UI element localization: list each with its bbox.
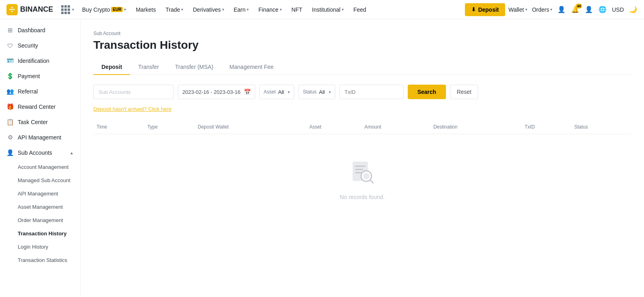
- api-icon: ⚙: [6, 134, 14, 141]
- reward-icon: 🎁: [6, 103, 14, 110]
- wallet-chevron-icon: ▾: [525, 7, 527, 12]
- theme-toggle-icon[interactable]: 🌙: [629, 5, 638, 14]
- table-wrapper: Time Type Deposit Wallet Asset Amount De…: [93, 120, 631, 224]
- date-range-input[interactable]: [182, 89, 241, 95]
- asset-value: All: [278, 89, 284, 95]
- notification-count-badge: 40: [576, 4, 582, 8]
- sidebar-item-referral[interactable]: 👥 Referral: [0, 84, 80, 99]
- col-deposit-wallet: Deposit Wallet: [194, 120, 306, 134]
- reset-button[interactable]: Reset: [450, 85, 479, 99]
- logo-text: BINANCE: [20, 5, 53, 14]
- filters-container: 📅 Asset All ▾ Status All ▾ Search Reset: [93, 85, 631, 99]
- tab-management-fee[interactable]: Management Fee: [221, 60, 282, 75]
- sidebar-item-payment[interactable]: 💲 Payment: [0, 69, 80, 84]
- tab-deposit[interactable]: Deposit: [93, 60, 130, 75]
- empty-state-row: No records found.: [93, 134, 631, 225]
- status-filter[interactable]: Status All ▾: [298, 85, 335, 99]
- grid-menu-icon[interactable]: ▾: [60, 4, 76, 16]
- no-records-icon: [348, 158, 377, 187]
- sidebar-item-sub-accounts[interactable]: 👤 Sub Accounts ▲: [0, 145, 80, 160]
- sidebar-item-reward-center[interactable]: 🎁 Reward Center: [0, 99, 80, 114]
- sub-accounts-input[interactable]: [93, 85, 174, 99]
- institutional-chevron-icon: ▾: [342, 7, 344, 12]
- nav-nft[interactable]: NFT: [288, 0, 305, 19]
- nav-markets[interactable]: Markets: [132, 0, 159, 19]
- top-navigation: BINANCE ▾ Buy Crypto EUR ▾ Markets Trade…: [0, 0, 644, 19]
- sidebar-sub-managed-sub-account[interactable]: Managed Sub Account: [18, 174, 80, 187]
- asset-label: Asset: [264, 89, 276, 95]
- empty-state: No records found.: [93, 134, 631, 224]
- col-status: Status: [571, 120, 631, 134]
- page-title: Transaction History: [93, 39, 631, 52]
- sidebar-sub-asset-management[interactable]: Asset Management: [18, 200, 80, 214]
- nav-feed[interactable]: Feed: [350, 0, 369, 19]
- date-range-picker[interactable]: 📅: [178, 85, 255, 99]
- svg-line-7: [370, 180, 374, 183]
- deposit-not-arrived-link[interactable]: Deposit hasn't arrived? Click here: [93, 106, 171, 112]
- earn-chevron-icon: ▾: [247, 7, 249, 12]
- logo[interactable]: BINANCE: [6, 4, 53, 15]
- deposit-button[interactable]: ⬇ Deposit: [465, 3, 505, 16]
- buy-crypto-chevron-icon: ▾: [124, 7, 126, 12]
- sidebar-sub-order-management[interactable]: Order Management: [18, 214, 80, 227]
- user-icon[interactable]: 👤: [557, 5, 566, 14]
- download-icon: ⬇: [471, 6, 476, 12]
- col-destination: Destination: [430, 120, 522, 134]
- nav-wallet[interactable]: Wallet ▾: [508, 6, 527, 13]
- status-value: All: [319, 89, 325, 95]
- txid-input[interactable]: [339, 85, 404, 99]
- table-body: No records found.: [93, 134, 631, 225]
- sidebar-item-dashboard[interactable]: ⊞ Dashboard: [0, 23, 80, 38]
- nav-buy-crypto[interactable]: Buy Crypto EUR ▾: [79, 0, 129, 19]
- nav-finance[interactable]: Finance ▾: [255, 0, 285, 19]
- sidebar-sub-transaction-history[interactable]: Transaction History: [18, 227, 80, 240]
- sidebar-item-api-management[interactable]: ⚙ API Management: [0, 130, 80, 145]
- nav-trade[interactable]: Trade ▾: [162, 0, 186, 19]
- tab-transfer-msa[interactable]: Transfer (MSA): [167, 60, 221, 75]
- nav-right-section: Wallet ▾ Orders ▾ 👤 🔔 40 👤 🌐 USD 🌙: [508, 5, 638, 14]
- svg-rect-3: [355, 169, 363, 170]
- calendar-icon: 📅: [244, 89, 251, 95]
- referral-icon: 👥: [6, 88, 14, 95]
- payment-icon: 💲: [6, 73, 14, 80]
- svg-rect-2: [355, 166, 365, 167]
- status-chevron-icon: ▾: [329, 90, 331, 94]
- search-button[interactable]: Search: [408, 85, 446, 99]
- col-amount: Amount: [361, 120, 430, 134]
- trade-chevron-icon: ▾: [181, 7, 183, 12]
- orders-chevron-icon: ▾: [550, 7, 552, 12]
- notification-wrapper[interactable]: 🔔 40: [571, 5, 580, 14]
- svg-rect-4: [355, 172, 361, 173]
- eur-badge: EUR: [111, 7, 123, 12]
- nav-orders[interactable]: Orders ▾: [532, 6, 553, 13]
- currency-selector[interactable]: USD: [612, 6, 624, 13]
- col-type: Type: [144, 120, 194, 134]
- table-header-row: Time Type Deposit Wallet Asset Amount De…: [93, 120, 631, 134]
- col-txid: TxID: [521, 120, 571, 134]
- dashboard-icon: ⊞: [6, 27, 14, 34]
- sidebar-sub-login-history[interactable]: Login History: [18, 240, 80, 253]
- nav-earn[interactable]: Earn ▾: [231, 0, 252, 19]
- globe-icon[interactable]: 🌐: [598, 5, 607, 14]
- sidebar-sub-transaction-statistics[interactable]: Transaction Statistics: [18, 253, 80, 267]
- sidebar-sub-account-management[interactable]: Account Management: [18, 160, 80, 174]
- nav-institutional[interactable]: Institutional ▾: [309, 0, 347, 19]
- sidebar-item-task-center[interactable]: 📋 Task Center: [0, 114, 80, 130]
- breadcrumb: Sub Account: [93, 31, 631, 36]
- sidebar-sub-api-management[interactable]: API Management: [18, 187, 80, 200]
- col-asset: Asset: [306, 120, 361, 134]
- asset-filter[interactable]: Asset All ▾: [259, 85, 294, 99]
- id-icon: 🪪: [6, 57, 14, 64]
- person-icon[interactable]: 👤: [584, 5, 593, 14]
- tabs-container: Deposit Transfer Transfer (MSA) Manageme…: [93, 60, 631, 75]
- task-icon: 📋: [6, 118, 14, 126]
- sidebar-item-security[interactable]: 🛡 Security: [0, 38, 80, 53]
- sidebar-item-identification[interactable]: 🪪 Identification: [0, 53, 80, 69]
- no-records-text: No records found.: [340, 194, 384, 200]
- col-time: Time: [93, 120, 144, 134]
- sub-accounts-icon: 👤: [6, 149, 14, 156]
- derivatives-chevron-icon: ▾: [222, 7, 224, 12]
- nav-derivatives[interactable]: Derivatives ▾: [190, 0, 227, 19]
- sub-accounts-submenu: Account Management Managed Sub Account A…: [0, 160, 80, 267]
- tab-transfer[interactable]: Transfer: [130, 60, 167, 75]
